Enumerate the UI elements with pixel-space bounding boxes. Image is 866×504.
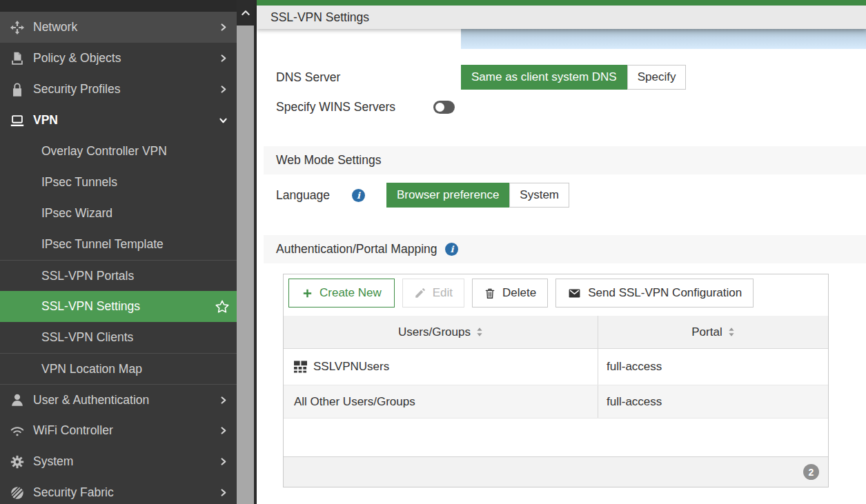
sidebar-item-sslvpn-settings[interactable]: SSL-VPN Settings bbox=[0, 291, 237, 322]
language-browser-preference-button[interactable]: Browser preference bbox=[386, 183, 509, 208]
lock-icon bbox=[10, 82, 25, 97]
sidebar-item-wifi-controller[interactable]: WiFi Controller bbox=[0, 415, 237, 446]
plus-icon bbox=[302, 288, 313, 299]
table-empty-area bbox=[284, 419, 828, 456]
chevron-down-icon bbox=[218, 115, 228, 125]
sidebar-top-spacer bbox=[0, 0, 237, 12]
scrolled-field-remnant bbox=[461, 29, 866, 49]
column-header-portal[interactable]: Portal bbox=[598, 316, 828, 348]
sidebar-item-label: IPsec Tunnels bbox=[41, 175, 117, 190]
sidebar-item-ipsec-tunnels[interactable]: IPsec Tunnels bbox=[0, 167, 237, 198]
dns-server-segmented: Same as client system DNS Specify bbox=[461, 65, 686, 90]
move-icon bbox=[10, 20, 25, 35]
portal-mapping-heading: Authentication/Portal Mapping bbox=[276, 242, 437, 256]
sidebar-item-sslvpn-clients[interactable]: SSL-VPN Clients bbox=[0, 322, 237, 353]
portal-mapping-info-icon[interactable]: i bbox=[445, 243, 458, 256]
delete-button[interactable]: Delete bbox=[472, 279, 548, 308]
gear-icon bbox=[10, 454, 25, 470]
sidebar-item-ipsec-tunnel-template[interactable]: IPsec Tunnel Template bbox=[0, 229, 237, 260]
web-mode-settings-heading: Web Mode Settings bbox=[276, 153, 381, 168]
sidebar-item-overlay-controller-vpn[interactable]: Overlay Controller VPN bbox=[0, 136, 237, 167]
edit-button[interactable]: Edit bbox=[402, 279, 464, 308]
sidebar-item-system[interactable]: System bbox=[0, 446, 237, 477]
portal-cell: full-access bbox=[598, 385, 828, 418]
create-new-button[interactable]: Create New bbox=[288, 279, 395, 308]
sidebar: Network Policy & Objects Security Profil… bbox=[0, 0, 237, 504]
sidebar-item-user-authentication[interactable]: User & Authentication bbox=[0, 384, 237, 415]
users-groups-cell: SSLVPNUsers bbox=[284, 349, 598, 385]
users-groups-value: All Other Users/Groups bbox=[294, 395, 415, 409]
sidebar-item-label: VPN Location Map bbox=[41, 362, 142, 376]
user-group-grid-icon bbox=[294, 361, 307, 373]
language-info-icon[interactable]: i bbox=[352, 189, 365, 202]
sidebar-item-label: VPN bbox=[33, 113, 58, 128]
table-row[interactable]: SSLVPNUsers full-access bbox=[284, 349, 828, 385]
column-header-users-groups[interactable]: Users/Groups bbox=[284, 316, 598, 348]
sidebar-item-label: SSL-VPN Clients bbox=[41, 330, 133, 345]
send-sslvpn-configuration-button[interactable]: Send SSL-VPN Configuration bbox=[555, 279, 754, 308]
language-segmented: Browser preference System bbox=[386, 183, 569, 208]
sidebar-item-policy-objects[interactable]: Policy & Objects bbox=[0, 43, 237, 74]
portal-mapping-toolbar: Create New Edit Delete Send SSL-VPN Conf… bbox=[284, 274, 828, 316]
sidebar-item-label: Policy & Objects bbox=[33, 51, 121, 65]
scroll-up-icon[interactable] bbox=[237, 0, 254, 26]
sidebar-item-label: Security Profiles bbox=[33, 82, 120, 97]
scrollbar-thumb[interactable] bbox=[237, 26, 254, 504]
dns-server-label: DNS Server bbox=[276, 65, 340, 90]
sidebar-item-sslvpn-portals[interactable]: SSL-VPN Portals bbox=[0, 260, 237, 291]
security-fabric-icon bbox=[10, 485, 25, 501]
sidebar-scrollbar[interactable] bbox=[237, 0, 254, 504]
document-icon bbox=[10, 51, 25, 66]
wins-servers-label: Specify WINS Servers bbox=[276, 99, 395, 115]
pencil-icon bbox=[414, 287, 426, 299]
sidebar-item-label: IPsec Tunnel Template bbox=[41, 237, 164, 252]
portal-cell: full-access bbox=[598, 349, 828, 385]
column-header-label: Portal bbox=[691, 325, 722, 339]
top-green-strip bbox=[257, 0, 866, 6]
envelope-icon bbox=[567, 287, 582, 300]
dns-same-as-client-button[interactable]: Same as client system DNS bbox=[461, 65, 627, 90]
sidebar-item-security-profiles[interactable]: Security Profiles bbox=[0, 74, 237, 105]
portal-value: full-access bbox=[607, 360, 662, 374]
user-icon bbox=[10, 392, 25, 407]
delete-label: Delete bbox=[502, 286, 536, 300]
laptop-icon bbox=[10, 113, 25, 128]
dns-specify-button[interactable]: Specify bbox=[627, 65, 687, 90]
sidebar-item-label: System bbox=[33, 454, 73, 469]
wins-servers-toggle[interactable] bbox=[433, 101, 455, 114]
column-header-label: Users/Groups bbox=[398, 325, 471, 339]
chevron-right-icon bbox=[218, 456, 228, 467]
portal-mapping-table-container: Create New Edit Delete Send SSL-VPN Conf… bbox=[283, 274, 829, 487]
portal-value: full-access bbox=[607, 395, 662, 409]
chevron-right-icon bbox=[218, 22, 228, 32]
row-count-badge: 2 bbox=[803, 464, 819, 480]
web-mode-settings-section-header: Web Mode Settings bbox=[264, 146, 866, 174]
language-label: Language bbox=[276, 183, 330, 208]
chevron-right-icon bbox=[218, 487, 228, 498]
create-new-label: Create New bbox=[319, 286, 382, 300]
send-sslvpn-configuration-label: Send SSL-VPN Configuration bbox=[588, 286, 742, 300]
page-title: SSL-VPN Settings bbox=[270, 10, 369, 25]
sidebar-item-ipsec-wizard[interactable]: IPsec Wizard bbox=[0, 198, 237, 229]
table-header-row: Users/Groups Portal bbox=[284, 316, 828, 349]
sidebar-item-vpn[interactable]: VPN bbox=[0, 105, 237, 136]
chevron-right-icon bbox=[218, 84, 228, 94]
chevron-right-icon bbox=[218, 395, 228, 405]
fortigate-ui: Network Policy & Objects Security Profil… bbox=[0, 0, 866, 504]
edit-label: Edit bbox=[433, 286, 453, 300]
sidebar-item-label: Overlay Controller VPN bbox=[41, 144, 167, 159]
sidebar-item-security-fabric[interactable]: Security Fabric bbox=[0, 477, 237, 504]
sidebar-item-label: Network bbox=[33, 20, 77, 34]
sort-icon bbox=[476, 327, 483, 337]
sidebar-item-label: SSL-VPN Settings bbox=[41, 299, 140, 314]
language-system-button[interactable]: System bbox=[509, 183, 569, 208]
table-row[interactable]: All Other Users/Groups full-access bbox=[284, 385, 828, 419]
star-icon[interactable] bbox=[215, 299, 230, 314]
sidebar-item-network[interactable]: Network bbox=[0, 12, 237, 43]
toggle-knob bbox=[435, 103, 444, 112]
chevron-right-icon bbox=[218, 53, 228, 63]
sort-icon bbox=[728, 327, 735, 337]
sidebar-item-label: Security Fabric bbox=[33, 485, 114, 500]
main-content: SSL-VPN Settings DNS Server Same as clie… bbox=[257, 0, 866, 504]
sidebar-item-vpn-location-map[interactable]: VPN Location Map bbox=[0, 353, 237, 384]
